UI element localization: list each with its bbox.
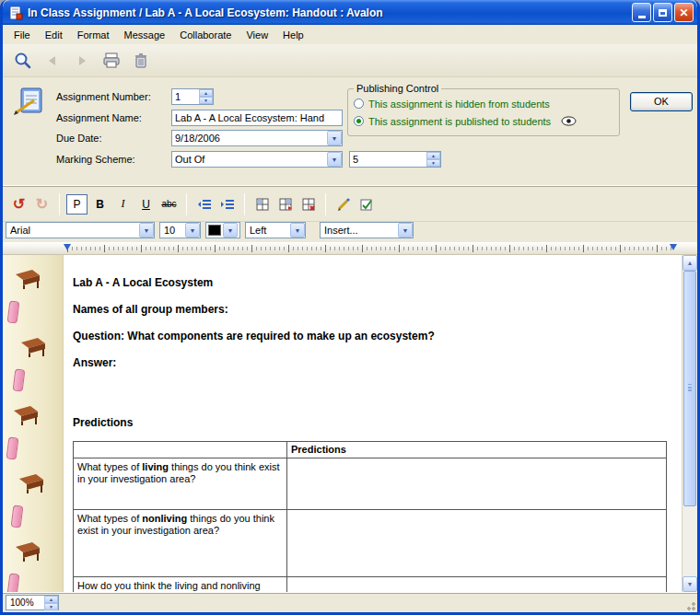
ruler-major-ticks	[67, 245, 675, 252]
desk-icon	[18, 470, 45, 494]
publishing-control-legend: Publishing Control	[354, 83, 441, 94]
print-button[interactable]	[99, 48, 124, 74]
redo-button: ↻	[31, 194, 52, 215]
marking-value-arrows[interactable]: ▲▼	[426, 152, 440, 167]
document-editor[interactable]: Lab A - A Local Ecosystem Names of all g…	[64, 255, 682, 592]
spin-up-icon[interactable]: ▲	[44, 596, 58, 603]
spin-down-icon[interactable]: ▼	[44, 603, 58, 610]
chevron-down-icon[interactable]: ▼	[327, 152, 342, 167]
alignment-dropdown[interactable]: Left ▼	[245, 222, 306, 238]
underline-button[interactable]: U	[135, 194, 157, 215]
menu-help[interactable]: Help	[275, 28, 311, 42]
marking-scheme-value: Out Of	[172, 154, 327, 165]
close-button[interactable]: ✕	[674, 3, 694, 22]
spin-down-icon[interactable]: ▼	[426, 159, 440, 167]
insert-table-button[interactable]	[251, 194, 273, 215]
due-date-dropdown[interactable]: 9/18/2006 ▼	[171, 130, 343, 146]
section-heading: Predictions	[73, 416, 682, 429]
scroll-down-button[interactable]: ▼	[682, 576, 697, 592]
title-bar[interactable]: In Class Assignment / Lab A - A Local Ec…	[3, 0, 697, 25]
maximize-button[interactable]	[653, 3, 672, 22]
spellcheck-button[interactable]	[332, 194, 354, 215]
chevron-down-icon[interactable]: ▼	[185, 223, 200, 238]
window-controls: ✕	[632, 3, 694, 22]
font-family-dropdown[interactable]: Arial ▼	[6, 222, 155, 238]
assignment-number-label: Assignment Number:	[56, 91, 151, 102]
checkmark-icon	[359, 197, 374, 212]
delete-button[interactable]	[128, 48, 154, 74]
right-indent-marker[interactable]	[670, 244, 677, 250]
cell-text: What types of	[77, 513, 142, 524]
answer-cell[interactable]	[287, 458, 667, 510]
assignment-name-label: Assignment Name:	[56, 112, 142, 123]
search-icon	[14, 52, 32, 70]
scroll-up-button[interactable]: ▲	[682, 255, 697, 271]
insert-dropdown[interactable]: Insert... ▼	[320, 222, 414, 238]
font-color-dropdown[interactable]: ▼	[205, 222, 240, 238]
chevron-down-icon[interactable]: ▼	[327, 131, 342, 145]
zoom-control[interactable]: 100% ▲▼	[6, 595, 59, 610]
menu-collaborate[interactable]: Collaborate	[172, 28, 239, 42]
chevron-down-icon[interactable]: ▼	[223, 223, 238, 238]
header-cell-predictions[interactable]: Predictions	[287, 442, 667, 458]
strikethrough-button[interactable]: abc	[158, 194, 180, 215]
menu-file[interactable]: File	[6, 28, 38, 42]
ok-button[interactable]: OK	[630, 92, 693, 111]
menu-bar: File Edit Format Message Collaborate Vie…	[3, 25, 697, 44]
scrollbar-track[interactable]	[682, 506, 697, 576]
minimize-button[interactable]	[632, 3, 651, 22]
assignment-name-input[interactable]: Lab A - A Local Ecosystem: Hand	[171, 110, 343, 126]
marking-scheme-dropdown[interactable]: Out Of ▼	[171, 151, 343, 168]
search-button[interactable]	[10, 48, 36, 74]
question-cell[interactable]: What types of living things do you think…	[74, 458, 287, 510]
font-size-value: 10	[160, 225, 185, 236]
header-cell-empty[interactable]	[74, 442, 287, 458]
spin-up-icon[interactable]: ▲	[426, 152, 440, 159]
forward-arrow-icon	[75, 53, 89, 68]
chevron-down-icon[interactable]: ▼	[139, 223, 154, 238]
answer-cell[interactable]	[287, 510, 667, 577]
font-size-dropdown[interactable]: 10 ▼	[159, 222, 201, 238]
answer-line: Answer:	[73, 356, 682, 369]
undo-button[interactable]: ↺	[8, 194, 29, 215]
delete-cells-button[interactable]	[298, 194, 319, 215]
cell-text-bold: living	[142, 461, 169, 472]
assignment-number-spinner[interactable]: 1 ▲▼	[171, 88, 214, 105]
resize-grip[interactable]	[684, 599, 695, 610]
ruler[interactable]	[3, 242, 697, 255]
bold-button[interactable]: B	[89, 194, 111, 215]
approve-button[interactable]	[356, 194, 377, 215]
hidden-radio[interactable]	[354, 99, 364, 109]
spin-down-icon[interactable]: ▼	[199, 97, 213, 104]
left-indent-marker[interactable]	[64, 244, 71, 250]
paragraph-style-button[interactable]: P	[66, 194, 88, 215]
due-date-value: 9/18/2006	[172, 133, 327, 144]
indent-button[interactable]	[216, 194, 238, 215]
font-toolbar: Arial ▼ 10 ▼ ▼ Left ▼ Insert... ▼	[3, 222, 697, 242]
answer-cell[interactable]	[287, 577, 667, 593]
question-cell[interactable]: How do you think the living and nonlivin…	[74, 577, 287, 593]
italic-button[interactable]: I	[112, 194, 134, 215]
delete-cells-icon	[301, 197, 316, 212]
menu-format[interactable]: Format	[70, 28, 117, 42]
vertical-scrollbar[interactable]: ▲ ▼	[682, 255, 697, 592]
menu-message[interactable]: Message	[117, 28, 173, 42]
menu-view[interactable]: View	[239, 28, 275, 42]
chevron-down-icon[interactable]: ▼	[290, 223, 305, 238]
hidden-option-label: This assignment is hidden from students	[368, 99, 550, 110]
question-cell[interactable]: What types of nonliving things do you th…	[74, 510, 287, 577]
maximize-icon	[659, 9, 667, 17]
published-radio[interactable]	[354, 116, 364, 126]
table-properties-button[interactable]	[274, 194, 296, 215]
scrollbar-thumb[interactable]	[683, 271, 696, 506]
chevron-down-icon[interactable]: ▼	[398, 223, 413, 238]
published-option-row[interactable]: This assignment is published to students	[354, 112, 613, 130]
menu-edit[interactable]: Edit	[38, 28, 70, 42]
assignment-number-arrows[interactable]: ▲▼	[199, 89, 213, 104]
marking-value-spinner[interactable]: 5 ▲▼	[349, 151, 441, 168]
desk-icon	[14, 539, 41, 563]
zoom-arrows[interactable]: ▲▼	[44, 596, 58, 610]
outdent-button[interactable]	[193, 194, 215, 215]
spin-up-icon[interactable]: ▲	[199, 89, 213, 97]
hidden-option-row[interactable]: This assignment is hidden from students	[354, 95, 613, 112]
